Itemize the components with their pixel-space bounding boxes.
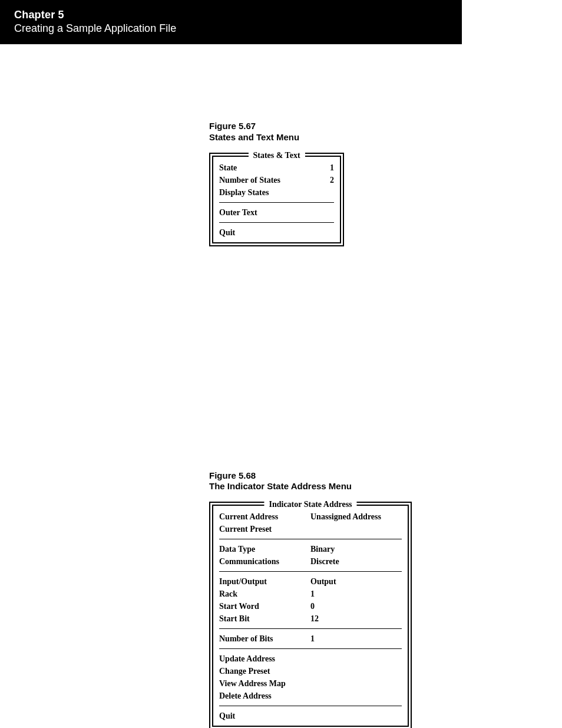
menu-row-rack[interactable]: Rack 1: [219, 588, 402, 600]
menu-row-quit[interactable]: Quit: [219, 226, 334, 239]
row-value: 1: [330, 162, 334, 174]
figure-title: The Indicator State Address Menu: [209, 481, 480, 492]
row-label: Current Address: [219, 510, 310, 523]
menu-row-change-preset[interactable]: Change Preset: [219, 665, 402, 677]
menu-row-view-address-map[interactable]: View Address Map: [219, 677, 402, 690]
row-label: Rack: [219, 588, 310, 600]
menu-row-delete-address[interactable]: Delete Address: [219, 690, 402, 702]
menu-row-outer-text[interactable]: Outer Text: [219, 206, 334, 219]
separator: [219, 706, 402, 706]
row-label: Outer Text: [219, 206, 257, 219]
row-label: Number of States: [219, 174, 280, 186]
indicator-state-address-inner: Indicator State Address Current Address …: [212, 505, 409, 727]
figure-caption-568: Figure 5.68 The Indicator State Address …: [209, 470, 480, 493]
figure-title: States and Text Menu: [209, 132, 480, 143]
row-label: Start Bit: [219, 612, 310, 625]
menu-row-number-of-states[interactable]: Number of States 2: [219, 174, 334, 186]
chapter-subtitle: Creating a Sample Application File: [14, 22, 462, 35]
row-value: 2: [330, 174, 334, 186]
figure-number: Figure 5.67: [209, 121, 480, 132]
separator: [219, 628, 402, 629]
row-value: Output: [310, 575, 399, 588]
row-value: Discrete: [310, 555, 399, 568]
menu-title: Indicator State Address: [264, 500, 356, 509]
row-value: Binary: [310, 543, 399, 555]
menu-row-input-output[interactable]: Input/Output Output: [219, 575, 402, 588]
menu-row-number-of-bits[interactable]: Number of Bits 1: [219, 633, 402, 645]
row-value: 12: [310, 612, 399, 625]
menu-row-update-address[interactable]: Update Address: [219, 653, 402, 665]
row-label: Quit: [219, 226, 235, 239]
row-value: 1: [310, 633, 399, 645]
row-value: Unassigned Address: [310, 510, 399, 523]
indicator-state-address-menu: Indicator State Address Current Address …: [209, 502, 412, 728]
row-value: 0: [310, 600, 399, 612]
menu-row-state[interactable]: State 1: [219, 162, 334, 174]
figure-caption-567: Figure 5.67 States and Text Menu: [209, 121, 480, 143]
menu-row-display-states[interactable]: Display States: [219, 186, 334, 199]
menu-row-start-word[interactable]: Start Word 0: [219, 600, 402, 612]
row-label: Current Preset: [219, 523, 310, 535]
row-label: View Address Map: [219, 677, 310, 690]
content-column: Figure 5.67 States and Text Menu States …: [209, 121, 480, 728]
menu-row-communications[interactable]: Communications Discrete: [219, 555, 402, 568]
row-label: Quit: [219, 710, 310, 722]
separator: [219, 571, 402, 572]
states-text-menu-inner: States & Text State 1 Number of States 2…: [212, 156, 341, 243]
row-label: Start Word: [219, 600, 310, 612]
row-label: Display States: [219, 186, 269, 199]
states-text-menu: States & Text State 1 Number of States 2…: [209, 153, 344, 246]
row-label: Data Type: [219, 543, 310, 555]
page: Chapter 5 Creating a Sample Application …: [0, 0, 562, 728]
separator: [219, 202, 334, 203]
row-label: Number of Bits: [219, 633, 310, 645]
row-label: Communications: [219, 555, 310, 568]
separator: [219, 648, 402, 649]
row-label: Update Address: [219, 653, 310, 665]
separator: [219, 222, 334, 223]
separator: [219, 539, 402, 539]
menu-row-data-type[interactable]: Data Type Binary: [219, 543, 402, 555]
row-value: [310, 523, 399, 535]
menu-row-current-preset[interactable]: Current Preset: [219, 523, 402, 535]
row-label: Change Preset: [219, 665, 310, 677]
figure-number: Figure 5.68: [209, 470, 480, 482]
menu-row-current-address[interactable]: Current Address Unassigned Address: [219, 510, 402, 523]
chapter-header: Chapter 5 Creating a Sample Application …: [0, 0, 462, 44]
menu-title: States & Text: [248, 151, 305, 160]
row-label: Delete Address: [219, 690, 310, 702]
row-value: 1: [310, 588, 399, 600]
row-label: Input/Output: [219, 575, 310, 588]
menu-row-quit[interactable]: Quit: [219, 710, 402, 722]
chapter-label: Chapter 5: [14, 8, 462, 22]
menu-row-start-bit[interactable]: Start Bit 12: [219, 612, 402, 625]
row-label: State: [219, 162, 237, 174]
